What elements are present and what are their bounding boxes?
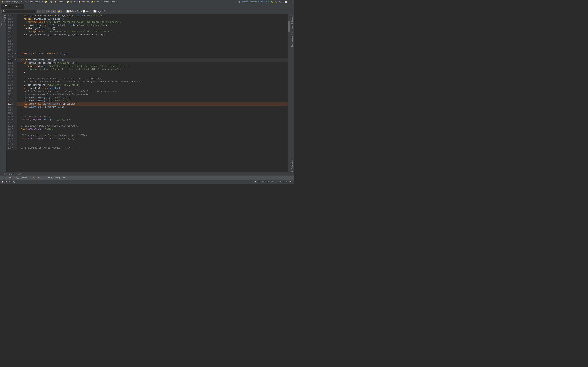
line-content[interactable]: sparkConf.remove( key = "spark.files") bbox=[17, 99, 288, 102]
encoding-status[interactable]: UTF-8 bbox=[276, 181, 281, 183]
close-button[interactable]: ✕ bbox=[291, 1, 293, 3]
minimize-button[interactable]: — bbox=[289, 1, 290, 3]
words-option[interactable]: Words bbox=[83, 10, 92, 13]
line-content[interactable] bbox=[17, 131, 288, 134]
line-content[interactable] bbox=[17, 74, 288, 77]
line-content[interactable] bbox=[17, 121, 288, 125]
line-content[interactable]: val sparkConf = new SparkConf bbox=[17, 87, 288, 90]
table-row: 1238 bbox=[6, 143, 288, 146]
regex-option[interactable]: Regex bbox=[94, 10, 103, 13]
search-down-button[interactable]: ↓ bbox=[42, 10, 45, 13]
search-options-button[interactable]: ☰ bbox=[52, 10, 56, 13]
line-content[interactable]: } bbox=[17, 109, 288, 112]
search-filter-button[interactable]: ⚡ bbox=[57, 10, 62, 13]
gutter-icon bbox=[14, 24, 17, 27]
line-number: 1234 bbox=[6, 131, 14, 134]
line-content[interactable]: logWarning( msg = "WARNING: This client … bbox=[17, 65, 288, 68]
words-checkbox[interactable] bbox=[83, 10, 85, 13]
line-content[interactable] bbox=[17, 49, 288, 52]
ant-label[interactable]: Ant bbox=[291, 26, 293, 29]
line-content[interactable]: val SPARK_STAGING: String = ".sparkStagi… bbox=[17, 137, 288, 140]
line-content[interactable]: // so remove them from sparkConf here fo… bbox=[17, 93, 288, 96]
line-content[interactable]: } bbox=[17, 36, 288, 40]
build-tab[interactable]: 🔨 Build bbox=[32, 177, 42, 179]
active-tab[interactable]: S Client.scala ✕ bbox=[1, 4, 24, 8]
scroll-thumb[interactable] bbox=[288, 21, 290, 32]
match-case-checkbox[interactable] bbox=[67, 10, 69, 13]
gutter-icon bbox=[14, 17, 17, 21]
line-content[interactable]: System.setProperty("SPARK_YARN_MODE", "t… bbox=[17, 83, 288, 87]
line-content[interactable]: // Set an env variable indicating we are… bbox=[17, 77, 288, 80]
line-content[interactable] bbox=[17, 55, 288, 58]
line-content[interactable]: // Alias for the user jar bbox=[17, 115, 288, 118]
table-row: 1237 bbox=[6, 140, 288, 143]
settings-button[interactable]: ⚙ bbox=[282, 1, 284, 3]
line-content[interactable]: new Client(args, sparkConf).run() bbox=[17, 106, 288, 109]
gutter-icon bbox=[14, 146, 17, 150]
table-row: 1223 sparkConf.remove( key = "spark.jars… bbox=[6, 96, 288, 99]
search-up-button[interactable]: ↑ bbox=[37, 10, 41, 13]
lf-status[interactable]: LF bbox=[271, 181, 273, 183]
line-number: 1236 bbox=[6, 137, 14, 140]
search-close-button[interactable]: ✕ bbox=[46, 10, 50, 13]
fold-arrow[interactable]: ▶ bbox=[15, 58, 16, 61]
right-scrollbar[interactable]: ✓ bbox=[288, 14, 290, 172]
line-content[interactable]: val py4jFile = new File(pyLibPath, child… bbox=[17, 24, 288, 27]
line-content[interactable]: Seq(pyArchivesFile.getAbsolutePath(), py… bbox=[17, 33, 288, 36]
line-content[interactable]: if (!sys.props.contains("SPARK_SUBMIT"))… bbox=[17, 61, 288, 65]
line-content[interactable]: val LOCAL_SCHEME = "local" bbox=[17, 128, 288, 131]
debug-button[interactable]: 🐛 bbox=[271, 1, 273, 3]
search-input[interactable] bbox=[6, 10, 34, 13]
line-content[interactable]: require(pyArchivesFile.exists(), bbox=[17, 17, 288, 21]
line-content[interactable]: // URI scheme that identifies local reso… bbox=[17, 125, 288, 128]
gutter-icon bbox=[14, 77, 17, 80]
database-label[interactable]: Database bbox=[291, 16, 293, 24]
project-icon[interactable]: 1: Project bbox=[1, 15, 3, 26]
line-content[interactable]: val APP_JAR_NAME: String = "__app__.jar" bbox=[17, 118, 288, 121]
line-content[interactable]: s"$pyArchivesFile not found; cannot run … bbox=[17, 21, 288, 24]
event-log-status[interactable]: 📋 Event Log bbox=[1, 181, 15, 183]
line-content[interactable]: // SparkSubmit would use yarn cache to d… bbox=[17, 90, 288, 93]
java-enterprise-tab[interactable]: ☕ Java Enterprise bbox=[45, 177, 66, 179]
line-content[interactable]: // Staging directory is private! -> rwx-… bbox=[17, 146, 288, 150]
line-content[interactable]: } bbox=[17, 71, 288, 74]
line-content[interactable]: def main(argStrings: Array[String]) { bbox=[17, 58, 288, 61]
regex-help-icon[interactable]: ? bbox=[104, 10, 105, 13]
expand-button[interactable]: ⬜ bbox=[285, 1, 287, 3]
event-log-icon: 📋 bbox=[1, 181, 4, 183]
favorites-label[interactable]: 2: Favorites bbox=[291, 160, 293, 172]
regex-checkbox[interactable] bbox=[94, 10, 96, 13]
line-content[interactable]: require(py4jFile.exists(), bbox=[17, 27, 288, 30]
fold-arrow[interactable]: ▶ bbox=[15, 52, 16, 55]
z-structure-label[interactable]: Z-Structure bbox=[4, 15, 6, 26]
line-content[interactable]: val pyArchivesFile = new File(pyLibPath,… bbox=[17, 14, 288, 17]
line-content[interactable]: s"$py4jFile not found; cannot run pyspar… bbox=[17, 30, 288, 33]
line-number: 1203 bbox=[6, 33, 14, 36]
line-content[interactable] bbox=[17, 40, 288, 43]
line-number: 1235 bbox=[6, 134, 14, 137]
todo-tab[interactable]: ✓ 6: TODO bbox=[1, 177, 13, 179]
line-content[interactable]: } bbox=[17, 43, 288, 46]
line-content[interactable]: val args = new ClientArguments(argString… bbox=[17, 102, 288, 106]
line-content[interactable]: sparkConf.remove( key = "spark.jars") bbox=[17, 96, 288, 99]
line-content[interactable]: // Note that any env variable with the S… bbox=[17, 80, 288, 83]
line-content[interactable] bbox=[17, 143, 288, 146]
terminal-tab[interactable]: ▶_ Terminal bbox=[16, 177, 29, 179]
search-button[interactable]: 🔍 bbox=[279, 1, 281, 3]
line-content[interactable] bbox=[17, 140, 288, 143]
line-content[interactable] bbox=[17, 112, 288, 115]
bean-validation-label[interactable]: Bean Validation bbox=[291, 32, 293, 47]
run-button[interactable]: ▶ bbox=[268, 1, 270, 3]
line-content[interactable]: // Staging directory for any temporary j… bbox=[17, 134, 288, 137]
match-case-option[interactable]: Match Case bbox=[67, 10, 82, 13]
run-config[interactable]: ▶ SparkKafkaReceiverDStream bbox=[236, 1, 267, 3]
line-content[interactable]: "future version of Spark. Use ./bin/spar… bbox=[17, 68, 288, 71]
line-content[interactable]: private object Client extends Logging { bbox=[17, 52, 288, 55]
line-content[interactable] bbox=[17, 46, 288, 49]
gutter-icon bbox=[14, 74, 17, 77]
indent-status[interactable]: 4 spaces bbox=[283, 181, 293, 183]
line-number: 1222 bbox=[6, 93, 14, 96]
tab-close-button[interactable]: ✕ bbox=[21, 5, 22, 8]
code-editor[interactable]: 1197 val pyArchivesFile = new File(pyLib… bbox=[6, 14, 288, 172]
build-button[interactable]: 🔨 bbox=[275, 1, 277, 3]
